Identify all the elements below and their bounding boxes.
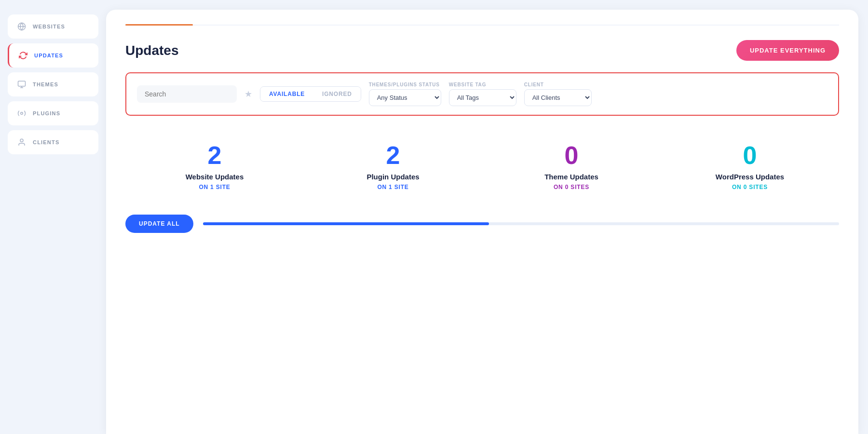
tag-filter-label: WEBSITE TAG [449,82,516,87]
page-title: Updates [125,43,178,58]
themes-icon [16,79,27,90]
sidebar-item-websites[interactable]: Websites [8,14,98,39]
wordpress-updates-sites: ON 0 SITES [665,184,834,190]
page-header: Updates UPDATE EVERYTHING [125,40,839,61]
status-select[interactable]: Any Status Up to Date Needs Update [369,89,441,106]
svg-point-6 [20,139,23,142]
progress-bar-container [203,222,839,225]
globe-icon [16,21,27,32]
website-updates-number: 2 [130,143,299,168]
client-filter-label: CLIENT [524,82,592,87]
plugin-updates-label: Plugin Updates [309,173,477,181]
main-content: Updates UPDATE EVERYTHING ★ AVAILABLE IG… [106,10,858,434]
plugins-icon [16,108,27,119]
tab-bar [125,24,839,26]
wordpress-updates-label: WordPress Updates [665,173,834,181]
ignored-button[interactable]: IGNORED [313,87,361,101]
svg-rect-2 [18,81,26,86]
wordpress-updates-card: 0 WordPress Updates ON 0 SITES [661,133,839,200]
theme-updates-number: 0 [487,143,656,168]
progress-section: UPDATE ALL [125,215,839,233]
clients-icon [16,137,27,148]
theme-updates-sites: ON 0 SITES [487,184,656,190]
plugin-updates-number: 2 [309,143,477,168]
sidebar-item-updates[interactable]: Updates [8,43,98,68]
updates-icon [18,50,28,61]
sidebar-item-updates-label: Updates [34,53,63,58]
client-filter-wrapper: CLIENT All Clients Client A Client B [524,82,592,106]
client-select[interactable]: All Clients Client A Client B [524,89,592,106]
sidebar-item-themes[interactable]: Themes [8,72,98,96]
wordpress-updates-number: 0 [665,143,834,168]
tag-filter-wrapper: WEBSITE TAG All Tags Production Staging [449,82,516,106]
update-everything-button[interactable]: UPDATE EVERYTHING [736,40,839,61]
website-updates-card: 2 Website Updates ON 1 SITE [125,133,304,200]
available-ignored-toggle: AVAILABLE IGNORED [260,86,361,102]
svg-point-5 [21,112,23,115]
sidebar-item-clients[interactable]: Clients [8,130,98,154]
sidebar-item-clients-label: Clients [33,139,59,145]
status-filter-label: THEMES/PLUGINS STATUS [369,82,441,87]
theme-updates-card: 0 Theme Updates ON 0 SITES [482,133,661,200]
star-icon[interactable]: ★ [244,89,252,99]
sidebar-item-plugins-label: Plugins [33,110,60,116]
tab-active-indicator [125,24,193,26]
sidebar-item-plugins[interactable]: Plugins [8,101,98,125]
theme-updates-label: Theme Updates [487,173,656,181]
progress-bar-fill [203,222,489,225]
plugin-updates-card: 2 Plugin Updates ON 1 SITE [304,133,482,200]
website-updates-sites: ON 1 SITE [130,184,299,190]
tag-select[interactable]: All Tags Production Staging [449,89,516,106]
website-updates-label: Website Updates [130,173,299,181]
update-all-button[interactable]: UPDATE ALL [125,215,193,233]
filter-bar: ★ AVAILABLE IGNORED THEMES/PLUGINS STATU… [125,72,839,116]
available-button[interactable]: AVAILABLE [260,87,313,101]
plugin-updates-sites: ON 1 SITE [309,184,477,190]
stats-row: 2 Website Updates ON 1 SITE 2 Plugin Upd… [125,133,839,200]
sidebar-item-websites-label: Websites [33,24,65,29]
search-input[interactable] [137,85,237,103]
status-filter-wrapper: THEMES/PLUGINS STATUS Any Status Up to D… [369,82,441,106]
sidebar-item-themes-label: Themes [33,81,58,87]
sidebar: Websites Updates Themes Plugins [0,0,106,434]
